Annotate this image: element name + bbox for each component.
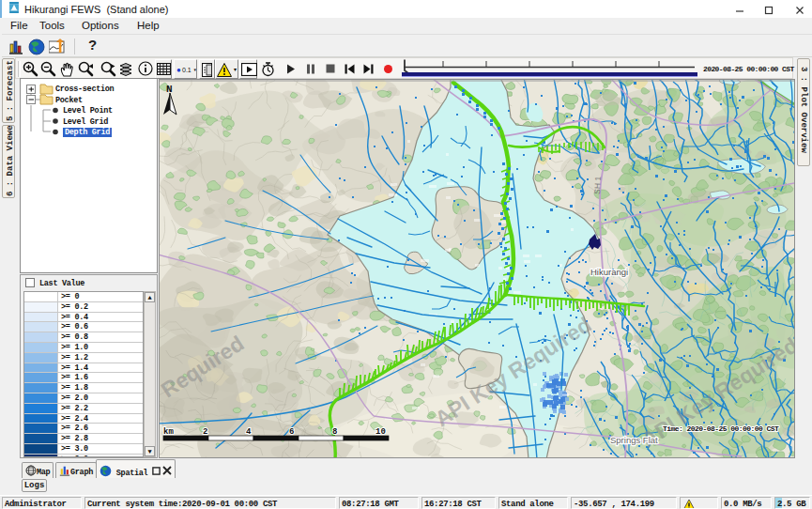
svg-text:6 : Data Viewer: 6 : Data Viewer bbox=[6, 126, 15, 196]
svg-text:Time: 2020-08-25 00:00:00 CST: Time: 2020-08-25 00:00:00 CST bbox=[663, 424, 779, 433]
svg-text:10: 10 bbox=[375, 427, 386, 437]
svg-text:4: 4 bbox=[246, 427, 252, 437]
svg-text:N: N bbox=[166, 84, 173, 95]
svg-text:5 : Forecast: 5 : Forecast bbox=[6, 60, 15, 121]
svg-text:SH 1: SH 1 bbox=[592, 176, 603, 194]
svg-text:8: 8 bbox=[332, 427, 337, 437]
svg-text:Hikurangi: Hikurangi bbox=[590, 267, 628, 277]
svg-text:Springs Flat: Springs Flat bbox=[610, 435, 658, 445]
svg-text:2: 2 bbox=[203, 427, 207, 437]
svg-text:3 : Plot Overview: 3 : Plot Overview bbox=[799, 67, 808, 153]
svg-text:km: km bbox=[163, 427, 174, 437]
svg-text:6: 6 bbox=[289, 427, 294, 437]
